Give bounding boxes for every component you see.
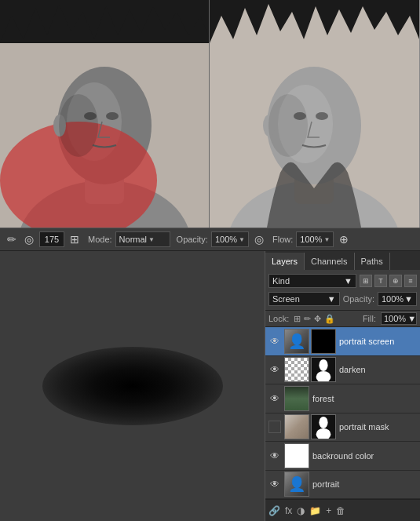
layers-panel: Layers Channels Paths Kind ▼ ⊞ T ⊕ <box>265 251 420 521</box>
opacity-label: Opacity: <box>343 294 374 304</box>
panel-bottom-icons: 🔗 fx ◑ 📁 + 🗑 <box>268 505 345 516</box>
lock-label: Lock: <box>268 314 289 323</box>
black-oval-shadow <box>42 347 223 425</box>
mode-label: Mode: <box>88 235 112 244</box>
layer-eye-0[interactable]: 👁 <box>268 335 281 348</box>
opacity-arrow: ▼ <box>239 236 245 243</box>
tablet-icon[interactable]: ⊕ <box>337 232 351 246</box>
brush-icon[interactable]: ✏ <box>5 232 19 246</box>
opacity-value[interactable]: 100% ▼ <box>211 231 249 247</box>
kind-row: Kind ▼ ⊞ T ⊕ ≡ <box>268 273 417 289</box>
lock-brush-icon[interactable]: ✏ <box>304 314 311 324</box>
svg-point-11 <box>59 94 98 157</box>
layer-name-1: darken <box>339 365 417 374</box>
lock-pixel-icon[interactable]: ⊞ <box>294 314 301 324</box>
portrait-thumb-icon: 👤 <box>288 333 305 350</box>
airbrush-icon[interactable]: ◎ <box>252 232 266 246</box>
svg-point-25 <box>316 428 331 439</box>
layer-thumb-0: 👤 <box>284 329 309 354</box>
svg-point-19 <box>316 112 328 120</box>
fill-value[interactable]: 100% ▼ <box>381 312 417 325</box>
layer-eye-1[interactable]: 👁 <box>268 363 281 376</box>
kind-icon-1[interactable]: ⊞ <box>360 275 372 287</box>
svg-point-24 <box>319 417 327 428</box>
layer-eye-4[interactable]: 👁 <box>268 450 281 462</box>
mode-dropdown-arrow: ▼ <box>148 236 155 243</box>
lock-move-icon[interactable]: ✥ <box>314 314 321 324</box>
kind-icon-4[interactable]: ≡ <box>404 275 417 287</box>
folder-icon[interactable]: 📁 <box>309 505 321 516</box>
layer-thumb-3 <box>284 414 309 439</box>
portrait-thumb-icon-5: 👤 <box>288 475 305 493</box>
flow-label: Flow: <box>272 235 293 244</box>
bottom-section: Layers Channels Paths Kind ▼ ⊞ T ⊕ <box>0 251 420 521</box>
layer-thumb-1 <box>284 357 309 382</box>
canvas-area[interactable] <box>0 251 265 521</box>
layer-mask-3 <box>311 414 336 439</box>
panel-tabs: Layers Channels Paths <box>265 251 420 270</box>
new-layer-icon[interactable]: + <box>326 505 331 516</box>
opacity-percent[interactable]: 100% ▼ <box>378 292 417 306</box>
kind-icon-2[interactable]: T <box>374 275 387 287</box>
layer-eye-5[interactable]: 👁 <box>268 478 281 490</box>
kind-dropdown[interactable]: Kind ▼ <box>268 274 356 288</box>
toolbar: ✏ ◎ 175 ⊞ Mode: Normal ▼ Opacity: 100% ▼… <box>0 228 420 251</box>
portrait-right <box>210 0 419 228</box>
layer-thumb-4 <box>284 443 309 468</box>
layer-thumb-2 <box>284 386 309 411</box>
brush-presets-icon[interactable]: ⊞ <box>68 232 82 246</box>
svg-point-23 <box>316 371 331 382</box>
fx-label[interactable]: fx <box>285 505 292 516</box>
link-icon[interactable]: 🔗 <box>268 505 280 516</box>
layer-item[interactable]: 👁 👤 portrait screen <box>265 327 420 356</box>
layer-item[interactable]: portrait mask <box>265 414 420 443</box>
layer-item[interactable]: 👁 forest <box>265 384 420 414</box>
lock-all-icon[interactable]: 🔒 <box>324 314 335 324</box>
lock-row: Lock: ⊞ ✏ ✥ 🔒 Fill: 100% ▼ <box>265 311 420 327</box>
tab-paths[interactable]: Paths <box>355 253 390 270</box>
layer-name-4: backround color <box>312 451 417 461</box>
delete-layer-icon[interactable]: 🗑 <box>336 505 345 516</box>
fill-label: Fill: <box>363 314 376 323</box>
svg-point-21 <box>268 94 308 157</box>
brush-size-value[interactable]: 175 <box>39 231 64 247</box>
kind-icon-3[interactable]: ⊕ <box>389 275 402 287</box>
kind-arrow: ▼ <box>344 276 352 286</box>
mode-value: Normal <box>119 235 147 244</box>
fill-arrow: ▼ <box>407 314 416 323</box>
mode-dropdown[interactable]: Normal ▼ <box>115 231 170 247</box>
portrait-left <box>0 0 210 228</box>
blend-opacity-row: Screen ▼ Opacity: 100% ▼ <box>268 291 417 307</box>
layer-item[interactable]: 👁 👤 portrait <box>265 471 420 500</box>
svg-point-9 <box>106 112 119 120</box>
tab-layers[interactable]: Layers <box>265 253 305 270</box>
opacity-arrow: ▼ <box>404 294 413 304</box>
top-section <box>0 0 420 228</box>
flow-arrow: ▼ <box>323 236 330 243</box>
layer-eye-2[interactable]: 👁 <box>268 392 281 405</box>
tab-channels[interactable]: Channels <box>305 253 354 270</box>
panel-bottom: 🔗 fx ◑ 📁 + 🗑 <box>265 499 420 521</box>
brush-options-icon[interactable]: ◎ <box>22 232 36 246</box>
layer-mask-1 <box>311 357 336 382</box>
blend-mode-dropdown[interactable]: Screen ▼ <box>268 292 340 306</box>
layer-name-0: portrait screen <box>339 337 417 346</box>
layer-eye-3[interactable] <box>268 421 281 433</box>
kind-icons: ⊞ T ⊕ ≡ <box>360 275 417 287</box>
flow-value[interactable]: 100% ▼ <box>296 231 334 247</box>
opacity-label: Opacity: <box>177 235 208 244</box>
panel-controls: Kind ▼ ⊞ T ⊕ ≡ Screen ▼ Opacity: 100 <box>265 270 420 311</box>
adjustment-icon[interactable]: ◑ <box>297 505 305 516</box>
layer-thumb-5: 👤 <box>284 472 309 497</box>
layer-name-5: portrait <box>312 479 417 489</box>
layer-item[interactable]: 👁 backround color <box>265 442 420 471</box>
lock-icons: ⊞ ✏ ✥ 🔒 <box>294 314 335 324</box>
blend-arrow: ▼ <box>327 294 336 304</box>
layer-name-2: forest <box>312 394 417 403</box>
layers-list: 👁 👤 portrait screen 👁 <box>265 327 420 499</box>
layer-mask-0 <box>311 329 336 354</box>
layer-item[interactable]: 👁 darken <box>265 356 420 385</box>
svg-point-22 <box>319 359 327 371</box>
layer-name-3: portrait mask <box>339 422 417 432</box>
